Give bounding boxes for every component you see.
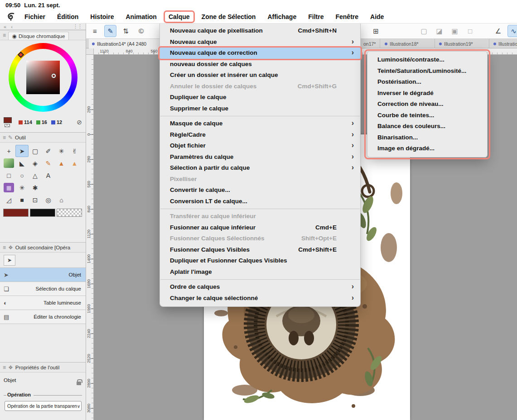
ruler-tool-icon[interactable]: ◿ <box>2 194 15 206</box>
menu-item-aplatir-l-image[interactable]: Aplatir l'image <box>160 267 360 278</box>
navigate-tool-icon[interactable]: ⌂ <box>55 194 68 206</box>
spray2-tool-icon[interactable]: ✱ <box>29 181 42 194</box>
menubar-item-animation[interactable]: Animation <box>126 13 156 20</box>
blend-tool-icon[interactable]: ◈ <box>29 157 42 169</box>
menu-item-fusionner-au-calque-inférieur[interactable]: Fusionner au calque inférieurCmd+E <box>160 222 360 234</box>
polyline-tool-icon[interactable]: △ <box>29 169 42 181</box>
menubar-item-calque[interactable]: Calque <box>169 13 190 20</box>
document-tab-on17[interactable]: on17* <box>360 39 380 48</box>
panel-menu-icon[interactable]: ≡ <box>3 32 6 38</box>
airbrush-tool-icon[interactable]: ✎ <box>42 157 55 169</box>
menu-item-changer-le-calque-sélectionné[interactable]: Changer le calque sélectionné› <box>160 293 360 304</box>
submenu-item-image-en-dégradé[interactable]: Image en dégradé... <box>367 143 487 154</box>
updown-chevron-icon[interactable]: ⇅ <box>120 25 132 37</box>
menu-item-conversion-lt-de-calque[interactable]: Conversion LT de calque... <box>160 196 360 207</box>
selection-add-icon[interactable]: ◪ <box>433 25 445 37</box>
hand-tool-icon[interactable]: ✌ <box>68 145 81 157</box>
menu-item-convertir-le-calque[interactable]: Convertir le calque... <box>160 185 360 196</box>
submenu-item-courbe-de-teintes[interactable]: Courbe de teintes... <box>367 110 487 121</box>
panel-menu-icon[interactable]: ≡ <box>3 244 6 251</box>
hamburger-icon[interactable]: ≡ <box>89 25 101 37</box>
crop-marks-icon[interactable]: ⊞ <box>370 25 382 37</box>
subtool-item-éditer-la-chronologie[interactable]: ▤Éditer la chronologie <box>0 310 86 324</box>
panel-menu-icon[interactable]: ≡ <box>3 134 6 141</box>
panel-menu-icon[interactable]: ≡ <box>3 364 6 371</box>
menu-item-nouveau-calque[interactable]: Nouveau calque› <box>160 37 360 48</box>
material-icon[interactable]: © <box>135 25 147 37</box>
submenu-item-luminosité-contraste[interactable]: Luminosité/contraste... <box>367 54 487 66</box>
spray-tool-icon[interactable]: ✳ <box>15 181 29 194</box>
selection-intersect-icon[interactable]: □ <box>464 25 476 37</box>
menu-item-ordre-de-calques[interactable]: Ordre de calques› <box>160 282 360 293</box>
menu-item-créer-un-dossier-et-insérer-un-calque[interactable]: Créer un dossier et insérer un calque <box>160 70 360 81</box>
menu-item-dupliquer-le-calque[interactable]: Dupliquer le calque <box>160 92 360 103</box>
menu-item-masque-de-calque[interactable]: Masque de calque› <box>160 118 360 129</box>
menu-item-nouveau-calque-de-pixellisation[interactable]: Nouveau calque de pixellisationCmd+Shift… <box>160 25 360 37</box>
document-tab-illustration19[interactable]: Illustration19* <box>436 39 489 48</box>
gradient-tool-icon[interactable]: ◩ <box>4 158 14 168</box>
subtool-item-sélection-du-calque[interactable]: ❏Sélection du calque <box>0 282 86 296</box>
menu-item-paramètres-du-calque[interactable]: Paramètres du calque› <box>160 152 360 163</box>
operation-dropdown[interactable]: Opération de la partie transparen ∨ <box>5 401 82 411</box>
menu-item-dupliquer-et-fusionner-calques-visibles[interactable]: Dupliquer et Fusionner Calques Visibles <box>160 255 360 267</box>
menu-item-nouveau-calque-de-correction[interactable]: Nouveau calque de correction› <box>160 48 360 59</box>
sub-tool-group-tab[interactable]: ➤ <box>4 255 15 266</box>
document-tab-illustration18[interactable]: Illustration18* <box>382 39 435 48</box>
submenu-item-binarisation[interactable]: Binarisation... <box>367 132 487 143</box>
menubar-item-filtre[interactable]: Filtre <box>308 13 324 20</box>
no-color-button[interactable]: ⊘ <box>77 119 82 126</box>
sv-marker[interactable] <box>52 74 56 78</box>
auto-select-tool-icon[interactable]: ✳ <box>55 145 68 157</box>
menu-item-supprimer-le-calque[interactable]: Supprimer le calque <box>160 103 360 115</box>
menubar-item-fenêtre[interactable]: Fenêtre <box>335 13 358 20</box>
menu-item-sélection-à-partir-du-calque[interactable]: Sélection à partir du calque› <box>160 162 360 174</box>
text-tool-icon[interactable]: A <box>42 169 55 181</box>
document-tab-illustratio[interactable]: Illustratio <box>490 39 517 48</box>
decoration-tool-icon[interactable]: ▲ <box>55 157 68 169</box>
color-wheel[interactable] <box>0 40 86 116</box>
menubar-item-histoire[interactable]: Histoire <box>90 13 114 20</box>
submenu-item-teinte-saturation-luminosité[interactable]: Teinte/Saturation/Luminosité... <box>367 66 487 77</box>
brush-curve-icon[interactable]: ∿ <box>507 25 517 37</box>
selection-new-icon[interactable]: ▢ <box>418 25 430 37</box>
solid-tool-icon[interactable]: ■ <box>15 194 29 206</box>
figure-tool-icon[interactable]: □ <box>2 169 15 181</box>
color-wheel-tab[interactable]: ◉ Disque chromatique <box>8 32 69 40</box>
menu-item-nouveau-dossier-de-calques[interactable]: nouveau dossier de calques <box>160 59 360 70</box>
submenu-item-inverser-le-dégradé[interactable]: Inverser le dégradé <box>367 88 487 99</box>
submenu-item-correction-de-niveau[interactable]: Correction de niveau... <box>367 99 487 110</box>
collapse-prev-icon[interactable]: ‹ <box>11 24 13 29</box>
transparent-color-swatch[interactable] <box>57 209 82 217</box>
pattern-tool-icon[interactable]: ▦ <box>4 183 14 192</box>
subtool-item-objet[interactable]: ➤Objet <box>0 268 86 282</box>
main-color-swatch[interactable] <box>3 209 29 217</box>
eyedropper-tool-icon[interactable]: ✐ <box>42 145 55 157</box>
selection-subtract-icon[interactable]: ▣ <box>449 25 461 37</box>
transparent-chip[interactable] <box>5 124 10 127</box>
marquee-tool-icon[interactable]: ▢ <box>29 145 42 157</box>
move-tool-icon[interactable]: + <box>2 145 15 157</box>
foreground-color-swatch[interactable] <box>4 117 12 123</box>
menu-item-fusionner-calques-visibles[interactable]: Fusionner Calques VisiblesCmd+Shift+E <box>160 244 360 256</box>
menubar-item-aide[interactable]: Aide <box>370 13 384 20</box>
ellipse-tool-icon[interactable]: ○ <box>15 169 29 181</box>
dock-controls[interactable]: « ‹ ⋮⋮ <box>0 24 86 30</box>
menubar-item-fichier[interactable]: Fichier <box>24 13 45 20</box>
subtool-item-table-lumineuse[interactable]: ◐Table lumineuse <box>0 296 86 310</box>
decoration2-tool-icon[interactable]: ▲ <box>68 157 81 169</box>
collapse-left-icon[interactable]: « <box>4 24 6 29</box>
pen-settings-icon[interactable]: ✎ <box>104 25 116 37</box>
menubar-item-édition[interactable]: Édition <box>57 13 78 20</box>
fill-tool-icon[interactable]: ◣ <box>15 157 29 169</box>
menu-item-objet-fichier[interactable]: Objet fichier› <box>160 140 360 152</box>
menubar-item-zone-de-sélection[interactable]: Zone de Sélection <box>202 13 256 20</box>
sub-color-swatch[interactable] <box>30 209 55 217</box>
menubar-item-affichage[interactable]: Affichage <box>267 13 296 20</box>
object-tool-icon[interactable]: ➤ <box>15 145 29 157</box>
submenu-item-balance-des-couleurs[interactable]: Balance des couleurs... <box>367 121 487 132</box>
vector-line-icon[interactable]: ∠ <box>492 25 504 37</box>
submenu-item-postérisation[interactable]: Postérisation... <box>367 76 487 88</box>
app-logo-icon[interactable] <box>5 11 18 22</box>
lock-icon[interactable] <box>77 382 81 385</box>
zoom-tool-icon[interactable]: ◎ <box>42 194 55 206</box>
